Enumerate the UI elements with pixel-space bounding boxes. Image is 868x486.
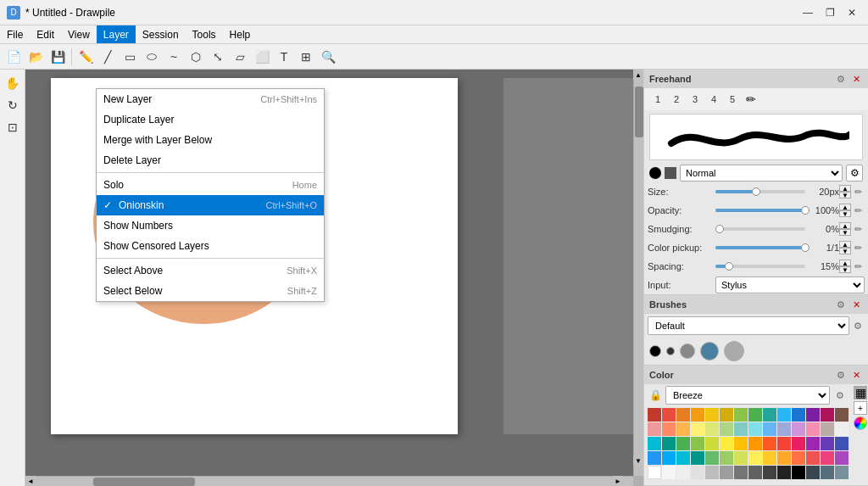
color-cell[interactable] [648,437,661,450]
rotate-tool[interactable]: ↻ [3,95,23,115]
color-cell[interactable] [720,451,733,465]
marquee-tool[interactable]: ⊡ [3,117,23,137]
blend-mode-settings-btn[interactable]: ⚙ [846,165,863,182]
smudging-slider-thumb[interactable] [715,225,724,233]
layer-menu-duplicate[interactable]: Duplicate Layer [97,109,324,130]
spacing-spin-down[interactable]: ▼ [839,266,851,273]
scroll-down-arrow[interactable]: ▼ [633,455,643,466]
brush-swatch-1[interactable] [649,345,661,357]
color-cell[interactable] [676,466,690,479]
color-cell[interactable] [792,466,805,479]
color-cell[interactable] [835,437,849,450]
smudging-edit-btn[interactable]: ✏ [851,222,865,236]
color-cell[interactable] [821,466,834,479]
spacing-slider[interactable] [715,265,805,268]
color-extra-btn-2[interactable]: + [854,401,867,415]
scroll-left-arrow[interactable]: ◄ [25,476,36,486]
brush-size-5[interactable]: 5 [724,91,741,108]
color-wheel-btn[interactable] [854,416,867,430]
layer-menu-show-numbers[interactable]: Show Numbers [97,215,324,236]
layer-menu-onionskin[interactable]: ✓ Onionskin Ctrl+Shift+O [97,195,324,215]
color-palette-settings-btn[interactable]: ⚙ [833,388,847,402]
color-cell[interactable] [734,466,748,479]
color-cell[interactable] [691,437,704,450]
layer-menu-show-censored[interactable]: Show Censored Layers [97,236,324,256]
color-cell[interactable] [648,422,661,436]
brushes-close-btn[interactable]: ✕ [849,298,863,311]
save-btn[interactable]: 💾 [47,47,68,67]
color-cell[interactable] [821,408,834,422]
blend-mode-select[interactable]: Normal Multiply Screen Overlay [680,165,843,182]
color-cell[interactable] [720,422,733,436]
menu-tools[interactable]: Tools [186,25,223,43]
color-cell[interactable] [676,408,690,422]
opacity-spin-down[interactable]: ▼ [839,210,851,217]
size-slider[interactable] [715,190,805,193]
color-cell[interactable] [662,451,676,465]
color-cell[interactable] [777,451,791,465]
menu-view[interactable]: View [61,25,97,43]
menu-layer[interactable]: Layer [97,25,136,43]
color-cell[interactable] [691,451,704,465]
color-cell[interactable] [705,437,719,450]
color-cell[interactable] [792,422,805,436]
menu-session[interactable]: Session [136,25,186,43]
brushes-list-settings[interactable]: ⚙ [851,319,865,332]
color-pickup-spin-down[interactable]: ▼ [839,248,851,254]
color-cell[interactable] [763,437,776,450]
color-cell[interactable] [792,451,805,465]
opacity-slider[interactable] [715,209,805,212]
brush-swatch-5[interactable] [724,341,744,361]
spacing-slider-thumb[interactable] [725,262,733,271]
freehand-settings-btn[interactable]: ⚙ [834,72,848,86]
color-cell[interactable] [676,451,690,465]
color-cell[interactable] [748,451,762,465]
size-slider-thumb[interactable] [752,187,760,196]
color-pickup-slider-thumb[interactable] [801,243,810,252]
color-cell[interactable] [835,451,849,465]
layer-menu-merge[interactable]: Merge with Layer Below [97,130,324,150]
color-cell[interactable] [648,451,661,465]
color-cell[interactable] [835,466,849,479]
color-cell[interactable] [662,422,676,436]
color-cell[interactable] [648,408,661,422]
scroll-up-arrow[interactable]: ▲ [633,70,643,80]
maximize-button[interactable]: ❐ [821,3,839,22]
select-tool-btn[interactable]: ▱ [230,47,250,67]
brush-size-3[interactable]: 3 [687,91,704,108]
color-cell[interactable] [734,451,748,465]
color-cell[interactable] [806,422,820,436]
layer-menu-select-above[interactable]: Select Above Shift+X [97,260,324,281]
transform-tool-btn[interactable]: ⤡ [208,47,228,67]
color-cell[interactable] [691,408,704,422]
color-cell[interactable] [748,437,762,450]
color-cell[interactable] [806,437,820,450]
color-cell[interactable] [662,466,676,479]
color-cell[interactable] [734,408,748,422]
color-cell[interactable] [662,437,676,450]
color-cell[interactable] [777,466,791,479]
color-cell[interactable] [748,408,762,422]
color-cell[interactable] [792,437,805,450]
color-cell[interactable] [705,408,719,422]
brush-size-4[interactable]: 4 [705,91,722,108]
brush-size-1[interactable]: 1 [649,91,666,108]
color-cell[interactable] [720,408,733,422]
close-button[interactable]: ✕ [843,3,861,22]
color-close-btn[interactable]: ✕ [849,368,863,382]
smudging-slider[interactable] [715,227,805,231]
polygon-tool-btn[interactable]: ⬡ [186,47,206,67]
brush-swatch-3[interactable] [680,344,695,359]
vertical-scrollbar[interactable]: ▲ ▼ [633,70,643,476]
scroll-h-thumb[interactable] [93,478,195,486]
color-cell[interactable] [777,437,791,450]
color-cell[interactable] [720,466,733,479]
size-spin-down[interactable]: ▼ [839,192,851,198]
color-cell[interactable] [734,437,748,450]
line-tool-btn[interactable]: ╱ [97,47,118,67]
color-cell[interactable] [763,451,776,465]
color-cell[interactable] [763,466,776,479]
color-cell[interactable] [821,437,834,450]
layer-menu-new[interactable]: New Layer Ctrl+Shift+Ins [97,89,324,109]
opacity-edit-btn[interactable]: ✏ [851,204,865,217]
